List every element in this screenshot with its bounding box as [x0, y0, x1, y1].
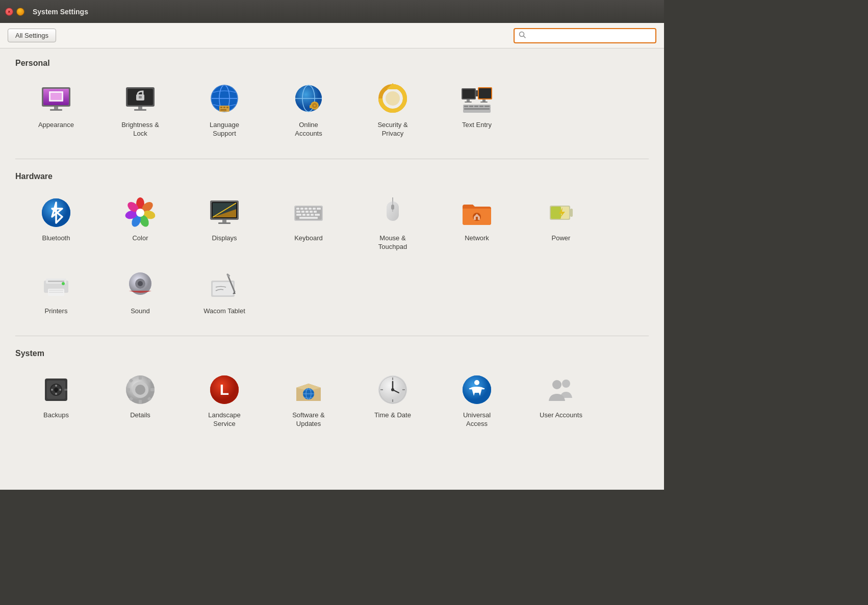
settings-item-printers[interactable]: Printers	[15, 262, 97, 323]
settings-item-brightness-lock[interactable]: Brightness &Lock	[99, 75, 181, 146]
svg-rect-78	[301, 211, 304, 213]
bluetooth-label: Bluetooth	[42, 234, 70, 243]
appearance-icon	[40, 83, 72, 116]
section-personal: Personal	[15, 59, 649, 146]
all-settings-button[interactable]: All Settings	[8, 29, 56, 42]
settings-item-text-entry[interactable]: Text Entry	[436, 75, 518, 146]
time-date-label: Time & Date	[374, 411, 411, 420]
power-label: Power	[552, 234, 571, 243]
brightness-lock-label: Brightness &Lock	[121, 121, 159, 138]
settings-item-displays[interactable]: Displays	[184, 189, 265, 259]
svg-rect-50	[484, 106, 490, 107]
wacom-tablet-label: Wacom Tablet	[203, 307, 245, 316]
svg-rect-37	[463, 89, 475, 98]
svg-rect-83	[302, 214, 305, 216]
security-privacy-label: Security &Privacy	[377, 121, 407, 138]
svg-rect-102	[49, 290, 63, 291]
svg-rect-80	[310, 211, 313, 213]
svg-rect-111	[213, 282, 233, 295]
settings-item-keyboard[interactable]: Keyboard	[268, 189, 349, 259]
svg-rect-40	[476, 90, 478, 96]
bluetooth-icon	[40, 196, 72, 229]
hardware-items-grid: Bluetooth	[15, 189, 649, 323]
settings-item-sound[interactable]: Sound	[99, 262, 181, 323]
svg-rect-71	[296, 208, 299, 210]
section-system: System	[15, 349, 649, 436]
universal-access-icon	[461, 373, 493, 406]
search-box	[514, 28, 656, 43]
svg-rect-87	[299, 217, 318, 219]
svg-rect-77	[296, 211, 300, 213]
title-bar: × System Settings	[0, 0, 664, 23]
settings-item-backups[interactable]: Backups	[15, 366, 97, 436]
settings-item-security-privacy[interactable]: Security &Privacy	[352, 75, 433, 146]
svg-point-35	[386, 91, 400, 106]
svg-rect-7	[54, 107, 58, 109]
settings-item-online-accounts[interactable]: OnlineAccounts	[268, 75, 349, 146]
svg-point-156	[474, 380, 479, 385]
window-title: System Settings	[33, 8, 88, 16]
close-button[interactable]: ×	[5, 8, 13, 16]
language-support-label: LanguageSupport	[210, 121, 239, 138]
personal-items-grid: Appearance Brightness &Loc	[15, 75, 649, 146]
details-label: Details	[130, 411, 150, 420]
settings-item-time-date[interactable]: Time & Date	[352, 366, 433, 436]
svg-point-160	[552, 380, 561, 389]
search-input[interactable]	[528, 32, 651, 39]
sound-icon	[124, 269, 157, 302]
svg-point-137	[135, 385, 145, 395]
settings-item-bluetooth[interactable]: Bluetooth	[15, 189, 97, 259]
section-title-system: System	[15, 349, 649, 358]
section-title-hardware: Hardware	[15, 172, 649, 181]
svg-rect-21	[223, 107, 225, 108]
svg-rect-30	[310, 105, 312, 108]
svg-rect-131	[150, 388, 155, 391]
divider-personal-hardware	[15, 159, 649, 159]
settings-item-wacom-tablet[interactable]: Wacom Tablet	[184, 262, 265, 323]
svg-rect-128	[139, 375, 142, 380]
time-date-icon	[376, 373, 409, 406]
settings-item-mouse-touchpad[interactable]: Mouse &Touchpad	[352, 189, 433, 259]
svg-rect-20	[220, 107, 222, 108]
displays-label: Displays	[212, 234, 237, 243]
settings-item-color[interactable]: Color	[99, 189, 181, 259]
svg-point-120	[59, 389, 61, 391]
svg-rect-129	[139, 400, 142, 404]
color-icon	[124, 196, 157, 229]
svg-text:L: L	[220, 381, 229, 398]
minimize-button[interactable]	[16, 8, 24, 16]
network-icon	[461, 196, 493, 229]
wacom-tablet-icon	[208, 269, 241, 302]
svg-point-104	[62, 282, 65, 285]
svg-rect-84	[307, 214, 310, 216]
svg-rect-44	[480, 102, 488, 103]
software-updates-label: Software &Updates	[292, 411, 325, 428]
svg-rect-42	[465, 102, 472, 103]
main-content: Personal	[0, 48, 664, 490]
section-hardware: Hardware	[15, 172, 649, 323]
settings-item-appearance[interactable]: Appearance	[15, 75, 97, 146]
software-updates-icon	[292, 373, 325, 406]
settings-item-software-updates[interactable]: Software &Updates	[268, 366, 349, 436]
window-controls: ×	[5, 8, 24, 16]
system-items-grid: Backups	[15, 366, 649, 436]
settings-item-network[interactable]: Network	[436, 189, 518, 259]
svg-rect-123	[64, 389, 67, 391]
svg-point-61	[136, 209, 144, 217]
svg-rect-68	[218, 222, 231, 224]
settings-item-universal-access[interactable]: UniversalAccess	[436, 366, 518, 436]
online-accounts-label: OnlineAccounts	[295, 121, 322, 138]
svg-rect-103	[49, 292, 63, 293]
keyboard-icon	[292, 196, 325, 229]
user-accounts-label: User Accounts	[540, 411, 582, 420]
power-icon	[545, 196, 577, 229]
settings-item-details[interactable]: Details	[99, 366, 181, 436]
svg-rect-73	[304, 208, 308, 210]
text-entry-icon	[461, 83, 493, 116]
svg-rect-41	[467, 99, 470, 102]
network-label: Network	[465, 234, 489, 243]
settings-item-user-accounts[interactable]: User Accounts	[520, 366, 602, 436]
settings-item-language-support[interactable]: LanguageSupport	[184, 75, 265, 146]
settings-item-landscape-service[interactable]: L LandscapeService	[184, 366, 265, 436]
settings-item-power[interactable]: Power	[520, 189, 602, 259]
